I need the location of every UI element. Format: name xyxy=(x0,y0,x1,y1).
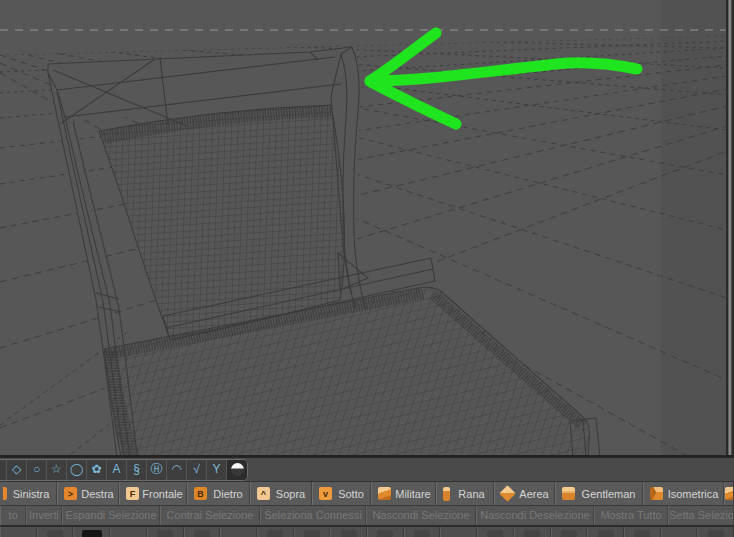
selection-button-contrai-selezione[interactable]: Contrai Selezione xyxy=(160,506,260,525)
view-button-label: Destra xyxy=(80,488,115,500)
bottom-tool-cell[interactable] xyxy=(514,527,551,537)
selection-button-nascondi-deselezione[interactable]: Nascondi Deselezione xyxy=(476,506,594,525)
spline-partial-icon[interactable]: ▯ xyxy=(0,460,7,480)
spline-branch-icon[interactable]: Y xyxy=(207,460,227,480)
view-top-icon: ^ xyxy=(257,487,270,500)
view-button-label: Militare xyxy=(394,488,432,500)
spline-text-icon[interactable]: A xyxy=(107,460,127,480)
spline-diamond-icon[interactable]: ◇ xyxy=(7,460,27,480)
bottom-tool-cell[interactable] xyxy=(184,527,221,537)
clipped-tool-icon xyxy=(414,530,430,537)
view-button-gentleman[interactable]: Gentleman xyxy=(555,482,643,505)
spline-ngon-icon[interactable]: ◯ xyxy=(67,460,87,480)
viewport-border-dark xyxy=(726,0,729,457)
bottom-tool-cell[interactable] xyxy=(661,527,698,537)
view-button-militare[interactable]: Militare xyxy=(371,482,436,505)
view-button-sinistra[interactable]: Sinistra xyxy=(0,482,57,505)
selection-button-mostra-tutto[interactable]: Mostra Tutto xyxy=(594,506,668,525)
view-button-destra[interactable]: >Destra xyxy=(57,482,119,505)
clipped-tool-icon xyxy=(157,530,173,537)
clipped-tool-icon xyxy=(267,530,283,537)
spline-circle-icon[interactable]: ○ xyxy=(27,460,47,480)
spline-toolbar: ▯◇○☆◯✿A§Ⓗ◠√Y xyxy=(0,457,734,481)
sphere-ball-glyph xyxy=(231,463,244,476)
app-window: ▯◇○☆◯✿A§Ⓗ◠√Y Sinistra>DestraFFrontaleBDi… xyxy=(0,0,734,537)
clipped-tool-icon xyxy=(598,530,614,537)
view-button-frontale[interactable]: FFrontale xyxy=(119,482,187,505)
bottom-tool-cell[interactable] xyxy=(551,527,588,537)
view-button-rana[interactable]: Rana xyxy=(436,482,494,505)
bottom-tool-cell[interactable] xyxy=(477,527,514,537)
selection-button-seleziona-connessi[interactable]: Seleziona Connessi xyxy=(260,506,366,525)
viewport-scroll-edge[interactable] xyxy=(729,0,732,457)
bottom-tool-cell[interactable] xyxy=(440,527,477,537)
bottom-tool-cell[interactable] xyxy=(697,527,734,537)
clipped-tool-icon xyxy=(304,530,320,537)
view-button-label: Isometrica xyxy=(666,488,720,500)
clipped-tool-icon xyxy=(194,530,210,537)
selection-buttons-bar: toInvertiEspandi SelezioneContrai Selezi… xyxy=(0,505,734,525)
viewport-3d[interactable] xyxy=(0,0,734,457)
spline-helix-icon[interactable]: § xyxy=(127,460,147,480)
view-button-label: Aerea xyxy=(517,488,551,500)
view-frog-icon xyxy=(443,487,450,501)
bottom-tool-cell[interactable] xyxy=(257,527,294,537)
clipped-tool-icon xyxy=(708,530,724,537)
bottom-tool-cell[interactable] xyxy=(37,527,74,537)
clipped-tool-icon xyxy=(47,530,63,537)
view-button-label: Dietro xyxy=(210,488,246,500)
bottom-tool-cell[interactable] xyxy=(404,527,441,537)
bottom-tool-cell[interactable] xyxy=(110,527,147,537)
bottom-tool-cell[interactable] xyxy=(624,527,661,537)
view-aerial-icon xyxy=(499,485,516,502)
clipped-tool-icon xyxy=(561,530,577,537)
view-military-icon xyxy=(378,487,391,500)
bottom-tool-cell[interactable] xyxy=(220,527,257,537)
selection-button-to[interactable]: to xyxy=(0,506,26,525)
view-bottom-icon: v xyxy=(319,487,332,500)
spline-star-icon[interactable]: ☆ xyxy=(47,460,67,480)
bottom-tool-cell[interactable] xyxy=(587,527,624,537)
spline-frame-icon[interactable]: Ⓗ xyxy=(147,460,167,480)
clipped-tool-icon xyxy=(341,530,357,537)
view-back-icon: B xyxy=(194,487,207,500)
selection-button-nascondi-selezione[interactable]: Nascondi Selezione xyxy=(366,506,476,525)
spline-flower-icon[interactable]: ✿ xyxy=(87,460,107,480)
view-button-partial[interactable] xyxy=(724,482,734,505)
view-button-label: Sotto xyxy=(335,488,367,500)
selection-button-espandi-selezione[interactable]: Espandi Selezione xyxy=(62,506,160,525)
view-button-dietro[interactable]: BDietro xyxy=(187,482,250,505)
scene-svg xyxy=(0,0,734,457)
spline-arc-icon[interactable]: ◠ xyxy=(167,460,187,480)
view-button-aerea[interactable]: Aerea xyxy=(494,482,555,505)
bottom-tool-cell[interactable] xyxy=(330,527,367,537)
viewport-shade-band xyxy=(661,0,727,457)
view-isometric-icon xyxy=(650,487,663,500)
selection-button-inverti[interactable]: Inverti xyxy=(26,506,62,525)
view-left-icon xyxy=(3,487,7,500)
view-partial-icon xyxy=(725,487,734,500)
bottom-tool-cell[interactable] xyxy=(367,527,404,537)
sphere-primitive-icon[interactable] xyxy=(227,460,247,480)
spline-formula-icon[interactable]: √ xyxy=(187,460,207,480)
view-gentleman-icon xyxy=(562,487,575,500)
view-buttons-bar: Sinistra>DestraFFrontaleBDietro^SopravSo… xyxy=(0,481,734,505)
bottom-tool-cell[interactable] xyxy=(73,527,110,537)
bottom-tool-cell[interactable] xyxy=(0,527,37,537)
bottom-tool-cell[interactable] xyxy=(294,527,331,537)
clipped-tool-icon xyxy=(82,530,102,537)
bottom-toolbar xyxy=(0,525,734,537)
selection-button-setta-selezione[interactable]: Setta Selezione xyxy=(668,506,734,525)
clipped-tool-icon xyxy=(634,530,650,537)
view-button-label: Sopra xyxy=(273,488,308,500)
view-button-isometrica[interactable]: Isometrica xyxy=(643,482,724,505)
bottom-tool-cell[interactable] xyxy=(147,527,184,537)
clipped-tool-icon xyxy=(377,530,393,537)
viewport-bottom-border xyxy=(0,455,734,457)
view-button-sotto[interactable]: vSotto xyxy=(312,482,371,505)
view-button-label: Gentleman xyxy=(578,488,639,500)
clipped-tool-icon xyxy=(487,530,503,537)
spline-palette: ▯◇○☆◯✿A§Ⓗ◠√Y xyxy=(0,459,248,481)
view-front-icon: F xyxy=(126,487,139,500)
view-button-sopra[interactable]: ^Sopra xyxy=(250,482,312,505)
